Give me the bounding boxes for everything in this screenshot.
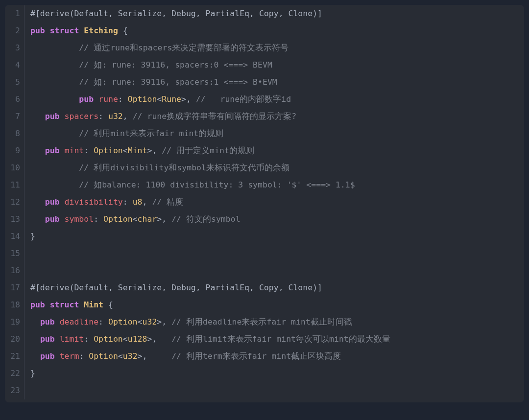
line-content: pub term: Option<u32>, // 利用term来表示fair …: [24, 348, 524, 365]
code-token: term: [60, 352, 79, 361]
line-number: 14: [5, 228, 24, 245]
code-line: 6 pub rune: Option<Rune>, // rune的内部数字id: [5, 91, 524, 108]
line-content: // 如: rune: 39116, spacers:1 <===> B•EVM: [24, 74, 524, 91]
line-content: [24, 262, 524, 280]
code-token: :: [79, 352, 89, 361]
code-line: 10 // 利用divisibility和symbol来标识符文代币的余额: [5, 160, 524, 177]
line-number: 7: [5, 108, 24, 125]
code-token: >,: [147, 335, 171, 344]
line-number: 10: [5, 160, 24, 177]
code-token: Rune: [162, 95, 181, 104]
code-token: // 利用term来表示fair mint截止区块高度: [171, 352, 341, 361]
line-number: 19: [5, 314, 24, 331]
line-number: 2: [5, 23, 24, 40]
line-number: 11: [5, 177, 24, 194]
line-content: pub limit: Option<u128>, // 利用limit来表示fa…: [24, 331, 524, 348]
code-token: :: [84, 147, 94, 155]
code-token: [30, 215, 45, 224]
code-token: // 如balance: 1100 divisibility: 3 symbol…: [79, 181, 355, 189]
code-token: [30, 352, 40, 361]
code-token: // 利用mint来表示fair mint的规则: [79, 130, 223, 138]
code-line: 15: [5, 245, 524, 262]
code-line: 4 // 如: rune: 39116, spacers:0 <===> BEV…: [5, 57, 524, 74]
line-number: 16: [5, 262, 24, 280]
code-line: 12 pub divisibility: u8, // 精度: [5, 194, 524, 211]
code-line: 13 pub symbol: Option<char>, // 符文的symbo…: [5, 211, 524, 228]
code-token: ,: [143, 198, 152, 207]
code-token: Option: [103, 215, 133, 224]
code-token: // 如: rune: 39116, spacers:1 <===> B•EVM: [79, 78, 277, 87]
code-token: u32: [108, 113, 123, 121]
code-line: 14}: [5, 228, 524, 245]
code-token: {: [103, 301, 113, 309]
line-number: 12: [5, 194, 24, 211]
line-number: 15: [5, 245, 24, 262]
code-token: [45, 301, 50, 309]
code-token: }: [30, 370, 35, 378]
line-content: [24, 382, 524, 399]
code-token: // 用于定义mint的规则: [162, 147, 254, 155]
line-content: pub struct Mint {: [24, 297, 524, 314]
code-token: [55, 352, 60, 361]
code-token: >,: [157, 215, 171, 224]
code-token: [30, 181, 79, 189]
line-content: #[derive(Default, Serialize, Debug, Part…: [24, 5, 524, 23]
line-content: pub divisibility: u8, // 精度: [24, 194, 524, 211]
code-token: // rune的内部数字id: [196, 95, 291, 104]
code-token: :: [94, 215, 103, 224]
code-token: // 如: rune: 39116, spacers:0 <===> BEVM: [79, 61, 272, 70]
code-token: pub: [79, 95, 94, 104]
code-token: pub: [30, 27, 45, 35]
line-content: #[derive(Default, Serialize, Debug, Part…: [24, 280, 524, 297]
code-token: [30, 78, 79, 87]
code-token: symbol: [65, 215, 94, 224]
code-line: 19 pub deadline: Option<u32>, // 利用deadl…: [5, 314, 524, 331]
code-token: // 符文的symbol: [171, 215, 240, 224]
code-line: 11 // 如balance: 1100 divisibility: 3 sym…: [5, 177, 524, 194]
code-token: u128: [128, 335, 147, 344]
code-token: Option: [94, 335, 123, 344]
code-token: <: [157, 95, 162, 104]
code-token: pub: [45, 198, 60, 207]
code-token: [30, 44, 79, 52]
line-content: // 如: rune: 39116, spacers:0 <===> BEVM: [24, 57, 524, 74]
code-token: <: [138, 318, 143, 327]
code-token: struct: [50, 27, 79, 35]
line-number: 3: [5, 40, 24, 57]
code-line: 21 pub term: Option<u32>, // 利用term来表示fa…: [5, 348, 524, 365]
line-content: // 利用mint来表示fair mint的规则: [24, 125, 524, 142]
code-token: [60, 147, 65, 155]
code-token: // 利用divisibility和symbol来标识符文代币的余额: [79, 164, 289, 172]
code-token: deadline: [60, 318, 98, 327]
code-token: <: [118, 352, 123, 361]
code-token: pub: [45, 215, 60, 224]
code-token: pub: [45, 147, 60, 155]
line-content: [24, 245, 524, 262]
code-token: char: [138, 215, 157, 224]
code-token: ,: [123, 113, 133, 121]
code-token: u32: [123, 352, 138, 361]
line-content: pub spacers: u32, // rune换成字符串带有间隔符的显示方案…: [24, 108, 524, 125]
code-token: {: [118, 27, 128, 35]
code-token: [55, 318, 60, 327]
code-line: 5 // 如: rune: 39116, spacers:1 <===> B•E…: [5, 74, 524, 91]
code-token: Mint: [128, 147, 147, 155]
line-number: 22: [5, 365, 24, 382]
code-token: [30, 61, 79, 70]
code-token: pub: [40, 352, 55, 361]
code-token: }: [30, 233, 35, 241]
code-token: Option: [128, 95, 157, 104]
line-number: 13: [5, 211, 24, 228]
code-token: <: [133, 215, 138, 224]
line-content: pub rune: Option<Rune>, // rune的内部数字id: [24, 91, 524, 108]
code-token: :: [84, 335, 94, 344]
code-token: :: [98, 113, 108, 121]
code-token: [30, 318, 40, 327]
code-token: >,: [181, 95, 196, 104]
line-number: 9: [5, 142, 24, 160]
line-content: pub deadline: Option<u32>, // 利用deadline…: [24, 314, 524, 331]
line-content: }: [24, 365, 524, 382]
line-number: 5: [5, 74, 24, 91]
code-token: pub: [40, 335, 55, 344]
code-token: pub: [40, 318, 55, 327]
